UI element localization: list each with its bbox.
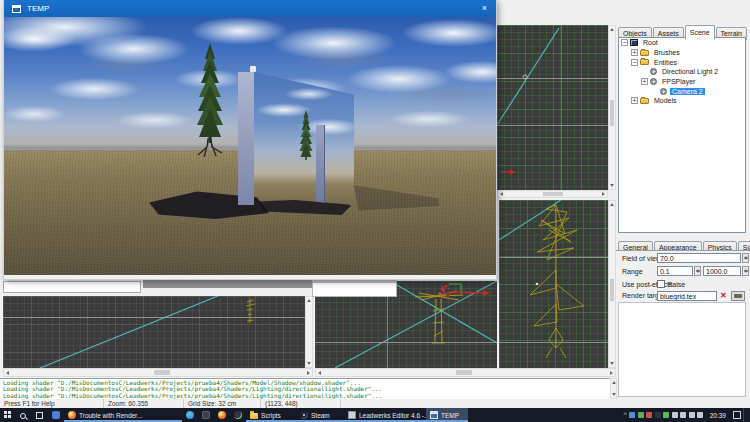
hidden-icons-chevron-icon[interactable]: ^ (623, 412, 626, 418)
viewport-axis-line (561, 25, 562, 190)
browser-window-button[interactable]: Trouble with Render... (64, 408, 182, 422)
tree-item-label: Entities (652, 59, 679, 66)
steam-button[interactable]: Steam (296, 408, 344, 422)
render-target-browse-button[interactable] (731, 291, 745, 301)
range-near-input[interactable] (657, 266, 693, 276)
viewport-top-hscrollbar[interactable] (497, 190, 608, 198)
tree-item-models[interactable]: +Models (619, 96, 745, 106)
tree-item-fpsplayer[interactable]: +FPSPlayer (619, 77, 745, 87)
app-button-2[interactable] (230, 408, 246, 422)
tray-volume-icon[interactable] (672, 412, 678, 418)
computer-icon (630, 39, 638, 46)
tray-app-red-icon[interactable] (646, 412, 652, 418)
mirror-top-cap (250, 66, 256, 72)
tree-item-camera-2[interactable]: Camera 2 (619, 86, 745, 96)
tab-scene[interactable]: Scene (685, 25, 715, 40)
app-button-1[interactable] (198, 408, 214, 422)
pinned-app-button[interactable] (48, 408, 64, 422)
leadwerks-icon (348, 411, 356, 419)
tree-item-brushes[interactable]: +Brushes (619, 48, 745, 58)
taskbar-button-label: Steam (311, 412, 330, 419)
show-desktop-button[interactable] (743, 408, 746, 422)
tray-display-icon[interactable] (680, 412, 686, 418)
reflected-tree (296, 106, 316, 172)
viewport-top[interactable] (497, 25, 608, 190)
field-of-view-input[interactable] (657, 253, 741, 263)
console-output[interactable]: Loading shader "D:/MisDocumentosC/Leadwe… (0, 378, 610, 399)
tray-network-icon[interactable] (697, 412, 703, 418)
taskview-icon (36, 412, 43, 419)
viewport-side-vscrollbar[interactable] (608, 200, 616, 368)
folder-icon (250, 413, 258, 419)
start-button[interactable] (0, 408, 16, 422)
viewport-axis-line (497, 125, 608, 126)
console-vscrollbar[interactable] (610, 378, 617, 399)
firefox-button[interactable] (214, 408, 230, 422)
edge-icon (186, 411, 194, 419)
tree-item-directional-light-2[interactable]: Directional Light 2 (619, 67, 745, 77)
edge-button[interactable] (182, 408, 198, 422)
temp-window-button[interactable]: TEMP (426, 408, 468, 422)
scripts-folder-button[interactable]: Scripts (246, 408, 296, 422)
hidden-input-field[interactable] (3, 281, 141, 293)
collapse-icon[interactable]: − (621, 39, 628, 46)
task-view-button[interactable] (32, 408, 48, 422)
tray-update-arrow-icon[interactable] (663, 412, 669, 418)
notification-center-icon[interactable] (733, 411, 741, 419)
post-effects-value: False (668, 281, 685, 288)
viewport-front-hscrollbar[interactable] (315, 368, 616, 377)
property-panel: Field of view Range Use post-effects Fal… (616, 250, 750, 302)
search-button[interactable] (16, 408, 32, 422)
expand-icon[interactable]: + (641, 78, 648, 85)
gear-icon (660, 88, 667, 95)
viewport-axis-line (605, 200, 606, 368)
taskbar-button-label: Scripts (261, 412, 281, 419)
window-title: TEMP (27, 4, 49, 13)
steam-icon (300, 411, 308, 419)
viewport-back-hscrollbar[interactable] (3, 368, 313, 377)
status-item: Zoom: 60.355 (104, 399, 184, 408)
taskbar-button-label: Trouble with Render... (79, 412, 142, 419)
range-far-input[interactable] (703, 266, 741, 276)
render-target-clear-button[interactable]: ✕ (720, 291, 727, 301)
status-item: Grid Size: 32 cm (184, 399, 261, 408)
tree-item-entities[interactable]: −Entities (619, 57, 745, 67)
tray-steam-icon[interactable] (655, 412, 661, 418)
render-target-input[interactable] (657, 291, 717, 301)
viewport-axis-line (497, 78, 608, 79)
windows-icon (4, 411, 12, 419)
firefox-icon (68, 411, 76, 419)
field-of-view-spinner[interactable] (742, 253, 749, 263)
expand-icon[interactable]: + (631, 49, 638, 56)
window-icon (12, 5, 21, 13)
tree-item-label: Camera 2 (670, 88, 705, 95)
collapse-icon[interactable]: − (631, 59, 638, 66)
temp-window-titlebar[interactable]: TEMP × (4, 0, 496, 17)
post-effects-checkbox[interactable] (657, 280, 665, 288)
viewport-top-vscrollbar[interactable] (608, 25, 616, 190)
scene-tree[interactable]: −Root+Brushes−EntitiesDirectional Light … (618, 37, 746, 233)
mirror-side-face (238, 72, 254, 205)
tray-app-green-icon[interactable] (638, 412, 644, 418)
status-bar: Press F1 for HelpZoom: 60.355Grid Size: … (0, 399, 750, 408)
tray-usb-icon[interactable] (689, 412, 695, 418)
range-far-spinner[interactable] (742, 266, 749, 276)
viewport-back-vscrollbar[interactable] (305, 296, 313, 368)
close-icon[interactable]: × (478, 2, 491, 14)
expand-icon[interactable]: + (631, 97, 638, 104)
tray-app-blue-icon[interactable] (629, 412, 635, 418)
viewport-axis-line (3, 317, 305, 318)
viewport-back[interactable] (3, 296, 305, 368)
gear-icon (650, 68, 657, 75)
property-panel-empty-area (618, 302, 746, 397)
range-label: Range (622, 268, 643, 275)
render-view[interactable] (4, 17, 496, 275)
viewport-side[interactable] (499, 200, 608, 368)
app-blue-icon (52, 411, 60, 419)
range-near-spinner[interactable] (694, 266, 701, 276)
status-item: Press F1 for Help (0, 399, 104, 408)
mirror-reflection (254, 72, 354, 212)
taskbar-clock[interactable]: 20:39 (706, 412, 730, 419)
tree-item-root[interactable]: −Root (619, 38, 745, 48)
leadwerks-editor-button[interactable]: Leadwerks Editor 4.6 -... (344, 408, 426, 422)
